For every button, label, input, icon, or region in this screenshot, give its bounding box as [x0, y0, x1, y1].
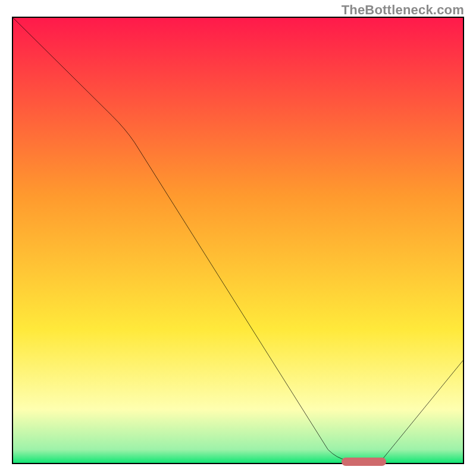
- chart-container: TheBottleneck.com: [0, 0, 476, 476]
- bottleneck-curve: [13, 18, 463, 463]
- curve-path: [13, 18, 463, 460]
- watermark-text: TheBottleneck.com: [342, 2, 464, 18]
- plot-frame: [12, 17, 464, 464]
- optimal-range-marker: [342, 458, 387, 466]
